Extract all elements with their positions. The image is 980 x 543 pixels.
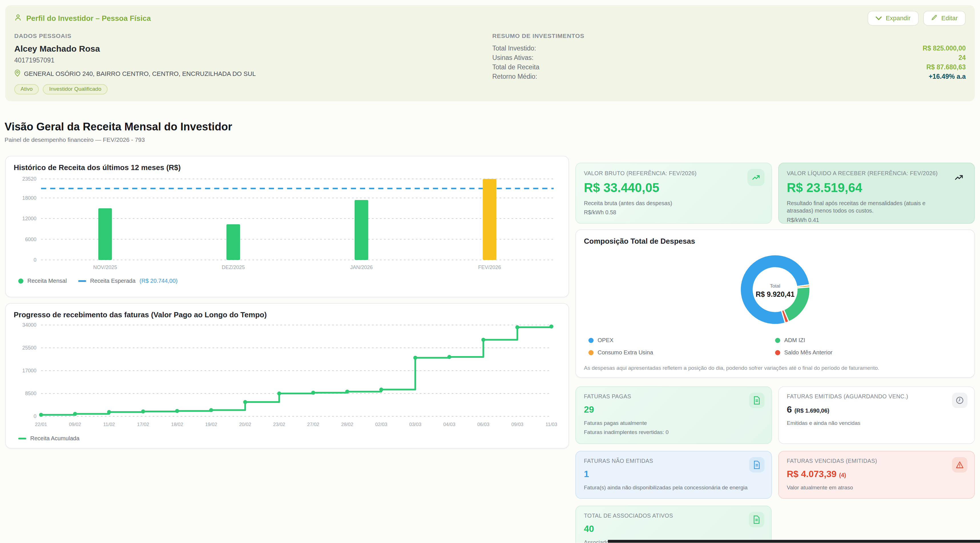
net-value-card: VALOR LÍQUIDO A RECEBER (REFERÊNCIA: FEV… — [778, 163, 975, 224]
expense-footnote: As despesas aqui apresentadas refletem a… — [584, 364, 966, 372]
gross-value-amount: R$ 33.440,05 — [584, 181, 764, 195]
svg-text:18/02: 18/02 — [171, 422, 183, 427]
investor-document: 40171957091 — [14, 57, 490, 64]
svg-text:23/02: 23/02 — [273, 422, 285, 427]
overdue-invoices-card: FATURAS VENCIDAS (EMITIDAS) R$ 4.073,39 … — [778, 451, 975, 499]
active-plants-value: 24 — [958, 54, 966, 62]
issued-invoices-desc: Emitidas e ainda não vencidas — [787, 419, 966, 427]
expense-composition-card: Composição Total de Despesas Total R$ 9.… — [575, 229, 975, 378]
issued-invoices-card: FATURAS EMITIDAS (AGUARDANDO VENC.) 6 (R… — [778, 386, 975, 444]
trending-up-dark-icon — [950, 169, 967, 186]
legend-receita-esperada[interactable]: Receita Esperada (R$ 20.744,00) — [78, 278, 178, 284]
legend-receita-acumulada[interactable]: Receita Acumulada — [18, 435, 80, 442]
paid-invoices-desc2: Faturas inadimplentes revertidas: 0 — [584, 429, 764, 435]
paid-invoices-card: FATURAS PAGAS 29 Faturas pagas atualment… — [575, 386, 772, 444]
net-value-kwh: R$/kWh 0.41 — [787, 217, 966, 224]
legend-saldo-anterior-label: Saldo Mês Anterior — [784, 349, 832, 356]
svg-text:19/02: 19/02 — [205, 422, 217, 427]
document-icon — [749, 457, 765, 473]
paid-invoices-desc: Faturas pagas atualmente — [584, 419, 764, 427]
revenue-bar-chart: 06000120001800023520NOV/2025DEZ/2025JAN/… — [14, 172, 560, 274]
revenue-history-title: Histórico de Receita dos últimos 12 mese… — [14, 163, 560, 172]
total-revenue-label: Total de Receita — [492, 64, 539, 71]
investment-summary-section: RESUMO DE INVESTIMENTOS Total Investido:… — [490, 33, 966, 94]
investor-profile-card: Perfil do Investidor – Pessoa Física Exp… — [5, 5, 975, 101]
edit-button-label: Editar — [942, 14, 958, 22]
legend-receita-acumulada-label: Receita Acumulada — [30, 435, 80, 442]
chevron-down-icon — [875, 14, 882, 22]
overdue-invoices-desc: Valor atualmente em atraso — [787, 484, 966, 491]
svg-text:17/02: 17/02 — [137, 422, 149, 427]
svg-text:06/03: 06/03 — [477, 422, 489, 427]
qualified-investor-badge: Investidor Qualificado — [43, 84, 108, 94]
expense-donut-chart: Total R$ 9.920,41 — [738, 252, 812, 329]
net-value-desc: Resultado final após receitas de mensali… — [787, 200, 945, 214]
warning-triangle-icon — [952, 457, 967, 473]
active-plants-label: Usinas Ativas: — [492, 54, 533, 62]
legend-consumo-extra-label: Consumo Extra Usina — [598, 349, 653, 356]
issued-invoices-amount: (R$ 1.690,06) — [794, 408, 829, 414]
legend-receita-mensal-label: Receita Mensal — [27, 278, 67, 284]
svg-text:6000: 6000 — [25, 237, 37, 242]
active-plants-row: Usinas Ativas: 24 — [492, 54, 966, 62]
not-issued-invoices-card: FATURAS NÃO EMITIDAS 1 Fatura(s) ainda n… — [575, 451, 772, 499]
edit-button[interactable]: Editar — [923, 11, 966, 26]
green-dot-icon — [775, 338, 780, 343]
svg-text:23520: 23520 — [22, 176, 37, 182]
charts-column: Histórico de Receita dos últimos 12 mese… — [5, 156, 569, 449]
status-badge: Ativo — [14, 84, 39, 94]
paid-invoices-value: 29 — [584, 404, 764, 415]
header-actions: Expandir Editar — [867, 11, 966, 26]
red-dot-icon — [775, 350, 780, 355]
svg-text:03/03: 03/03 — [409, 422, 421, 427]
profile-title: Perfil do Investidor – Pessoa Física — [14, 13, 151, 24]
not-issued-invoices-value: 1 — [584, 469, 764, 479]
svg-text:17000: 17000 — [22, 368, 37, 373]
blue-dot-icon — [589, 338, 593, 343]
total-invested-row: Total Investido: R$ 825.000,00 — [492, 44, 966, 52]
net-value-amount: R$ 23.519,64 — [787, 181, 966, 195]
svg-text:0: 0 — [34, 413, 37, 419]
issued-invoices-label: FATURAS EMITIDAS (AGUARDANDO VENC.) — [787, 393, 966, 400]
not-issued-invoices-label: FATURAS NÃO EMITIDAS — [584, 458, 764, 464]
svg-text:04/03: 04/03 — [443, 422, 455, 427]
svg-text:27/02: 27/02 — [307, 422, 319, 427]
page-title: Visão Geral da Receita Mensal do Investi… — [5, 121, 980, 133]
legend-consumo-extra[interactable]: Consumo Extra Usina — [589, 349, 775, 356]
location-pin-icon — [14, 69, 21, 78]
legend-adm-izi[interactable]: ADM IZI — [775, 337, 962, 343]
invoice-row-1: FATURAS PAGAS 29 Faturas pagas atualment… — [575, 386, 975, 444]
trending-up-icon — [748, 169, 765, 186]
page-subtitle: Painel de desempenho financeiro — FEV/20… — [5, 137, 980, 143]
expense-composition-title: Composição Total de Despesas — [584, 237, 966, 246]
personal-data-label: DADOS PESSOAIS — [14, 33, 490, 40]
svg-text:18000: 18000 — [22, 195, 37, 201]
svg-text:09/02: 09/02 — [69, 422, 81, 427]
svg-text:34000: 34000 — [22, 322, 37, 328]
kpi-row: VALOR BRUTO (REFERÊNCIA: FEV/2026) R$ 33… — [575, 163, 975, 224]
legend-opex[interactable]: OPEX — [589, 337, 775, 343]
profile-title-label: Perfil do Investidor – Pessoa Física — [26, 14, 151, 23]
bottom-dark-strip — [608, 540, 980, 543]
payment-progress-title: Progresso de recebimento das faturas (Va… — [14, 310, 560, 319]
avg-return-value: +16.49% a.a — [929, 73, 966, 81]
overdue-invoices-count: (4) — [839, 472, 846, 478]
svg-text:11/03: 11/03 — [546, 422, 557, 427]
expand-button-label: Expandir — [886, 14, 911, 22]
svg-text:22/01: 22/01 — [35, 422, 47, 427]
svg-text:25500: 25500 — [22, 345, 37, 351]
svg-text:11/02: 11/02 — [103, 422, 115, 427]
legend-saldo-anterior[interactable]: Saldo Mês Anterior — [775, 349, 962, 356]
green-dash-icon — [18, 438, 26, 440]
svg-text:28/02: 28/02 — [341, 422, 353, 427]
document-icon — [749, 512, 764, 527]
legend-receita-esperada-label: Receita Esperada — [90, 278, 135, 284]
pencil-icon — [931, 14, 937, 22]
svg-text:NOV/2025: NOV/2025 — [93, 265, 117, 270]
svg-text:FEV/2026: FEV/2026 — [478, 265, 501, 270]
expand-button[interactable]: Expandir — [867, 11, 919, 26]
overdue-invoices-amount: R$ 4.073,39 — [787, 469, 837, 479]
profile-header-row: Perfil do Investidor – Pessoa Física Exp… — [14, 11, 966, 26]
legend-adm-izi-label: ADM IZI — [784, 337, 805, 343]
legend-receita-mensal[interactable]: Receita Mensal — [18, 278, 67, 284]
